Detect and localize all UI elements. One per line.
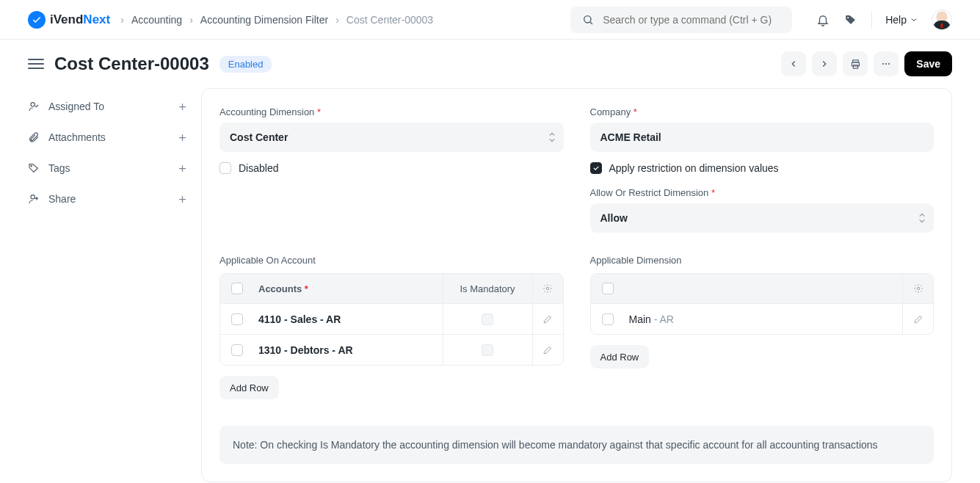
mandatory-checkbox[interactable]	[482, 313, 493, 325]
svg-point-12	[917, 287, 920, 290]
tag-icon[interactable]	[843, 12, 858, 27]
search-input[interactable]	[603, 14, 782, 26]
user-check-icon	[28, 101, 41, 112]
select-caret-icon	[919, 213, 925, 223]
accounts-table: Accounts Is Mandatory 4110 - Sales - AR …	[219, 273, 564, 366]
svg-point-0	[584, 15, 591, 22]
titlebar: Cost Center-00003 Enabled Save	[0, 40, 980, 88]
allow-restrict-label: Allow Or Restrict Dimension	[590, 187, 934, 198]
svg-point-7	[888, 63, 890, 65]
svg-point-6	[885, 63, 887, 65]
company-label: Company	[590, 106, 934, 117]
breadcrumb-dimension-filter[interactable]: Accounting Dimension Filter	[200, 14, 328, 26]
allow-restrict-select[interactable]: Allow	[590, 203, 934, 233]
row-checkbox[interactable]	[231, 313, 243, 325]
mandatory-checkbox[interactable]	[482, 344, 493, 356]
top-icons: Help	[816, 10, 952, 30]
apply-restriction-label: Apply restriction on dimension values	[609, 162, 779, 174]
select-all-checkbox[interactable]	[231, 283, 243, 294]
svg-point-10	[31, 195, 35, 199]
company-value: ACME Retail	[600, 131, 661, 143]
sidebar-item-assigned-to[interactable]: Assigned To	[28, 91, 188, 122]
account-cell[interactable]: 4110 - Sales - AR	[254, 313, 443, 325]
status-badge: Enabled	[219, 56, 272, 73]
logo[interactable]: iVendNext	[28, 11, 110, 29]
dimensions-table: Main - AR	[590, 273, 934, 335]
search-box[interactable]	[570, 7, 792, 33]
edit-icon[interactable]	[532, 335, 563, 365]
account-cell[interactable]: 1310 - Debtors - AR	[254, 344, 443, 356]
table-header	[591, 274, 934, 303]
plus-icon[interactable]	[177, 132, 188, 143]
select-all-checkbox[interactable]	[602, 283, 614, 294]
row-checkbox[interactable]	[231, 344, 243, 356]
logo-text-1: iVend	[50, 12, 83, 26]
gear-icon[interactable]	[532, 274, 563, 303]
row-checkbox[interactable]	[602, 313, 614, 325]
print-button[interactable]	[843, 51, 868, 76]
svg-point-5	[882, 63, 884, 65]
logo-icon	[28, 11, 46, 29]
accounting-dimension-value: Cost Center	[230, 131, 288, 143]
svg-rect-4	[853, 65, 857, 68]
apply-restriction-checkbox[interactable]	[590, 162, 602, 174]
divider	[871, 12, 872, 28]
table-header: Accounts Is Mandatory	[220, 274, 563, 303]
share-icon	[28, 193, 41, 205]
table-row[interactable]: 4110 - Sales - AR	[220, 303, 563, 334]
sidebar: Assigned To Attachments Tags Share	[28, 88, 188, 482]
dimension-suffix: - AR	[651, 313, 674, 325]
add-row-button-dimensions[interactable]: Add Row	[590, 345, 650, 368]
gear-icon[interactable]	[902, 274, 933, 303]
svg-point-1	[847, 16, 849, 18]
apply-restriction-row[interactable]: Apply restriction on dimension values	[590, 162, 934, 174]
accounts-col-label: Accounts	[258, 283, 308, 294]
dimension-cell[interactable]: Main	[629, 313, 651, 325]
bell-icon[interactable]	[816, 12, 830, 27]
sidebar-item-tags[interactable]: Tags	[28, 153, 188, 184]
disabled-checkbox[interactable]	[219, 162, 231, 174]
chevron-right-icon: ›	[120, 14, 124, 26]
sidebar-item-share[interactable]: Share	[28, 184, 188, 214]
sidebar-item-attachments[interactable]: Attachments	[28, 122, 188, 153]
page-title: Cost Center-00003	[54, 54, 209, 74]
table-row[interactable]: 1310 - Debtors - AR	[220, 334, 563, 365]
next-button[interactable]	[812, 51, 837, 76]
paperclip-icon	[28, 131, 41, 143]
svg-point-9	[31, 166, 32, 167]
dimensions-section-title: Applicable Dimension	[590, 255, 934, 266]
edit-icon[interactable]	[532, 304, 563, 334]
breadcrumb: › Accounting › Accounting Dimension Filt…	[120, 14, 433, 26]
chevron-right-icon: ›	[189, 14, 193, 26]
more-button[interactable]	[874, 51, 899, 76]
sidebar-item-label: Tags	[48, 162, 70, 174]
edit-icon[interactable]	[902, 304, 933, 334]
menu-toggle-icon[interactable]	[28, 56, 44, 72]
breadcrumb-current: Cost Center-00003	[346, 14, 433, 26]
plus-icon[interactable]	[177, 101, 188, 112]
main-panel: Accounting Dimension Cost Center Disable…	[201, 88, 952, 482]
table-row[interactable]: Main - AR	[591, 303, 934, 334]
allow-restrict-value: Allow	[600, 212, 628, 224]
company-select[interactable]: ACME Retail	[590, 123, 934, 152]
mandatory-col-label: Is Mandatory	[443, 274, 532, 303]
accounts-section-title: Applicable On Account	[219, 255, 564, 266]
accounting-dimension-select[interactable]: Cost Center	[219, 123, 564, 152]
svg-point-11	[546, 287, 549, 290]
tag-icon	[28, 162, 41, 174]
plus-icon[interactable]	[177, 163, 188, 174]
prev-button[interactable]	[781, 51, 806, 76]
accounting-dimension-label: Accounting Dimension	[219, 106, 564, 117]
help-menu[interactable]: Help	[885, 14, 918, 26]
breadcrumb-accounting[interactable]: Accounting	[131, 14, 182, 26]
mandatory-note: Note: On checking Is Mandatory the accou…	[219, 426, 934, 464]
add-row-button-accounts[interactable]: Add Row	[219, 376, 279, 399]
save-button[interactable]: Save	[904, 51, 952, 76]
topbar: iVendNext › Accounting › Accounting Dime…	[0, 0, 980, 40]
select-caret-icon	[549, 132, 555, 142]
avatar[interactable]	[932, 10, 952, 30]
logo-text-2: Next	[83, 12, 110, 26]
disabled-checkbox-row[interactable]: Disabled	[219, 162, 564, 174]
plus-icon[interactable]	[177, 194, 188, 205]
svg-point-8	[31, 103, 35, 106]
